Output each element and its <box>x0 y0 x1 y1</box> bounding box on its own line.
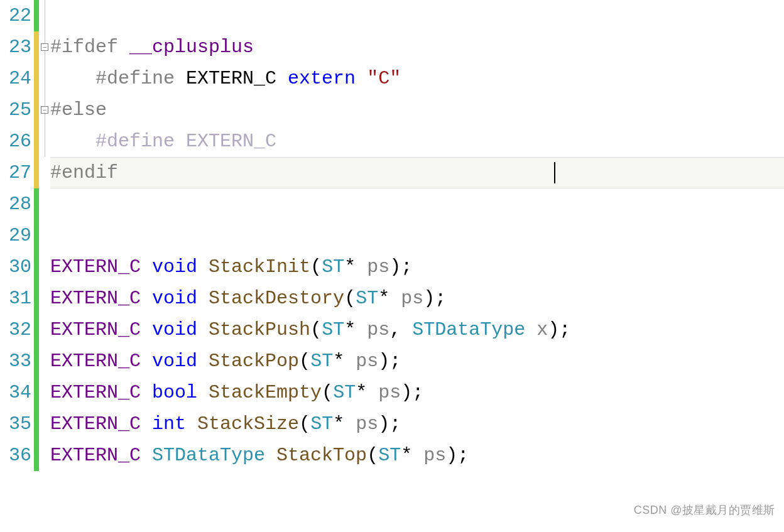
code-token: void <box>152 283 197 314</box>
line-number: 22 <box>0 0 34 31</box>
gutter-row: 32 <box>0 314 50 345</box>
code-token: ); <box>389 251 412 283</box>
code-token: * <box>401 440 423 471</box>
code-token: ps <box>367 251 389 283</box>
code-token: ps <box>356 408 378 440</box>
fold-column[interactable]: − <box>39 94 50 126</box>
code-token: void <box>152 314 197 345</box>
code-line[interactable]: #else <box>50 94 784 126</box>
code-token: ( <box>344 283 356 314</box>
code-token: ( <box>299 408 310 440</box>
fold-toggle-icon[interactable]: − <box>41 43 48 51</box>
code-token <box>197 345 209 377</box>
code-token: , <box>389 314 412 345</box>
fold-column <box>39 377 50 408</box>
code-token: EXTERN_C <box>50 251 141 283</box>
text-caret <box>554 162 555 183</box>
code-token: EXTERN_C <box>50 377 141 408</box>
code-token: ST <box>322 314 344 345</box>
fold-column <box>39 157 50 188</box>
code-line[interactable]: EXTERN_C int StackSize(ST* ps); <box>50 408 784 440</box>
change-indicator <box>34 0 39 31</box>
code-line[interactable] <box>50 0 784 31</box>
change-indicator <box>34 377 39 408</box>
change-indicator <box>34 157 39 188</box>
code-token: ( <box>299 345 310 377</box>
code-token <box>50 126 95 157</box>
code-token <box>50 63 95 94</box>
gutter-row: 22 <box>0 0 50 31</box>
fold-column <box>39 0 50 31</box>
code-token: StackInit <box>209 251 310 283</box>
code-token: ( <box>310 314 322 345</box>
code-token: ( <box>310 251 322 283</box>
code-line[interactable]: EXTERN_C void StackPop(ST* ps); <box>50 345 784 377</box>
change-indicator <box>34 220 39 251</box>
change-indicator <box>34 314 39 345</box>
change-indicator <box>34 94 39 126</box>
code-token: ( <box>322 377 333 408</box>
code-line[interactable]: #define EXTERN_C extern "C" <box>50 63 784 94</box>
fold-column <box>39 345 50 377</box>
code-token <box>186 408 197 440</box>
gutter-row: 34 <box>0 377 50 408</box>
code-token: ps <box>423 440 446 471</box>
gutter: 2223−2425−2627282930313233343536 <box>0 0 50 532</box>
code-line[interactable]: #endif <box>50 157 784 188</box>
code-token: bool <box>152 377 197 408</box>
code-line[interactable]: EXTERN_C void StackPush(ST* ps, STDataTy… <box>50 314 784 345</box>
code-line[interactable] <box>50 220 784 251</box>
change-indicator <box>34 440 39 471</box>
gutter-row: 33 <box>0 345 50 377</box>
line-number: 30 <box>0 251 34 283</box>
fold-toggle-icon[interactable]: − <box>41 106 48 114</box>
code-line[interactable]: EXTERN_C STDataType StackTop(ST* ps); <box>50 440 784 471</box>
code-token <box>356 63 367 94</box>
code-token <box>525 314 536 345</box>
fold-column[interactable]: − <box>39 31 50 63</box>
code-token: EXTERN_C <box>50 408 141 440</box>
code-token: StackPush <box>209 314 310 345</box>
code-line[interactable]: EXTERN_C void StackDestory(ST* ps); <box>50 283 784 314</box>
gutter-row: 35 <box>0 408 50 440</box>
line-number: 23 <box>0 31 34 63</box>
line-number: 35 <box>0 408 34 440</box>
code-token: ); <box>378 408 401 440</box>
code-area[interactable]: #ifdef __cplusplus #define EXTERN_C exte… <box>50 0 784 532</box>
code-token: ST <box>333 377 356 408</box>
code-token: ps <box>378 377 401 408</box>
fold-column <box>39 126 50 157</box>
code-token <box>265 440 276 471</box>
code-line[interactable]: #ifdef __cplusplus <box>50 31 784 63</box>
code-token <box>197 377 209 408</box>
code-token <box>141 314 152 345</box>
code-token: int <box>152 408 186 440</box>
code-token: EXTERN_C <box>50 440 141 471</box>
gutter-row: 30 <box>0 251 50 283</box>
code-token: #define <box>95 63 175 94</box>
gutter-row: 27 <box>0 157 50 188</box>
gutter-row: 23− <box>0 31 50 63</box>
code-token <box>141 345 152 377</box>
gutter-row: 28 <box>0 188 50 220</box>
code-token <box>141 440 152 471</box>
code-editor[interactable]: 2223−2425−2627282930313233343536 #ifdef … <box>0 0 784 532</box>
fold-column <box>39 283 50 314</box>
code-token: ps <box>356 345 378 377</box>
code-token: StackEmpty <box>209 377 322 408</box>
code-token: StackDestory <box>209 283 344 314</box>
change-indicator <box>34 283 39 314</box>
watermark: CSDN @披星戴月的贾维斯 <box>634 494 775 526</box>
code-token: ST <box>322 251 344 283</box>
change-indicator <box>34 408 39 440</box>
code-token <box>197 251 209 283</box>
code-token: ST <box>310 408 333 440</box>
code-line[interactable]: EXTERN_C bool StackEmpty(ST* ps); <box>50 377 784 408</box>
code-line[interactable]: #define EXTERN_C <box>50 126 784 157</box>
code-token: ST <box>310 345 333 377</box>
line-number: 25 <box>0 94 34 126</box>
code-line[interactable]: EXTERN_C void StackInit(ST* ps); <box>50 251 784 283</box>
code-token: * <box>344 251 367 283</box>
code-token: StackTop <box>276 440 367 471</box>
code-line[interactable] <box>50 188 784 220</box>
